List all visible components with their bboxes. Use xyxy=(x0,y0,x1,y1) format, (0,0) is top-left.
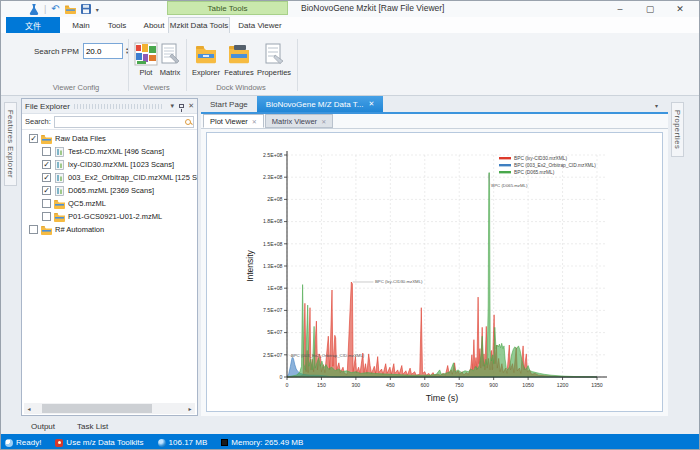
search-ppm-input[interactable] xyxy=(83,43,123,59)
svg-text:1350: 1350 xyxy=(591,382,603,388)
svg-text:2.3E+08: 2.3E+08 xyxy=(263,174,283,180)
tree-item[interactable]: R# Automation xyxy=(22,223,197,236)
close-button[interactable]: ✕ xyxy=(665,1,695,16)
checkbox[interactable]: ✓ xyxy=(42,186,51,195)
save-icon[interactable] xyxy=(81,4,91,14)
x-axis-title: Time (s) xyxy=(426,393,459,403)
pin-icon[interactable] xyxy=(179,104,184,108)
file-explorer-panel: File Explorer ▾ ✕ Search: ✓Raw Data File… xyxy=(21,98,198,416)
peak-annotation: BPC (lxy-CID30.mzXML) xyxy=(375,279,423,284)
legend-swatch xyxy=(499,171,511,173)
tab-start-page-label: Start Page xyxy=(210,100,248,109)
file-explorer-header: File Explorer ▾ ✕ xyxy=(22,99,197,114)
tab-matrix-viewer[interactable]: Matrix Viewer✕ xyxy=(265,114,333,128)
tab-start-page[interactable]: Start Page xyxy=(201,96,257,112)
window-controls: – ▢ ✕ xyxy=(605,1,695,16)
folder-icon xyxy=(41,134,52,144)
group-label-viewer-config: Viewer Config xyxy=(25,83,127,92)
scroll-right-icon[interactable]: ▸ xyxy=(185,405,195,412)
flask-icon[interactable] xyxy=(29,4,39,15)
tree-item-label: QC5.mzML xyxy=(68,199,106,208)
folder-icon xyxy=(54,212,65,222)
checkbox[interactable] xyxy=(42,147,51,156)
file-tree: ✓Raw Data FilesTest-CD.mzXML [496 Scans]… xyxy=(22,131,197,402)
status-memory: Memory: 265.49 MB xyxy=(231,438,303,447)
search-row: Search: xyxy=(22,114,197,130)
tab-main[interactable]: Main xyxy=(63,17,99,33)
minimize-button[interactable]: – xyxy=(605,1,635,16)
svg-text:1.5E+08: 1.5E+08 xyxy=(263,241,283,247)
svg-text:7.5E+07: 7.5E+07 xyxy=(263,307,283,313)
tree-item[interactable]: ✓lxy-CID30.mzXML [1023 Scans] xyxy=(22,158,197,171)
tab-file[interactable]: 文件 xyxy=(6,17,60,33)
search-icon[interactable] xyxy=(185,119,191,125)
open-folder-icon[interactable] xyxy=(65,5,76,14)
svg-text:1050: 1050 xyxy=(522,382,534,388)
separator: | xyxy=(44,4,46,14)
svg-text:300: 300 xyxy=(352,382,361,388)
maximize-button[interactable]: ▢ xyxy=(635,1,665,16)
tab-close-icon[interactable]: ✕ xyxy=(368,100,374,108)
close-panel-icon[interactable]: ✕ xyxy=(188,102,194,110)
side-tab-properties[interactable]: Properties xyxy=(671,102,684,157)
tab-task-list[interactable]: Task List xyxy=(77,422,108,431)
scroll-left-icon[interactable]: ◂ xyxy=(24,405,34,412)
properties-button-label: Properties xyxy=(257,68,291,77)
file-icon xyxy=(54,186,65,196)
side-tab-features-explorer[interactable]: Features Explorer xyxy=(4,102,17,186)
undo-icon[interactable]: ↶ xyxy=(51,4,59,14)
tree-item[interactable]: ✓D065.mzML [2369 Scans] xyxy=(22,184,197,197)
memory-icon xyxy=(221,439,228,446)
tree-item-label: P01-GCS0921-U01-2.mzML xyxy=(68,212,162,221)
checkbox[interactable]: ✓ xyxy=(42,160,51,169)
checkbox[interactable]: ✓ xyxy=(42,173,51,182)
tree-item-label: Raw Data Files xyxy=(55,134,106,143)
tab-mzkit-data-tools[interactable]: Mzkit Data Tools xyxy=(168,17,230,33)
svg-text:2.5E+07: 2.5E+07 xyxy=(263,352,283,358)
svg-text:1200: 1200 xyxy=(557,382,569,388)
checkbox[interactable]: ✓ xyxy=(29,134,38,143)
tab-output[interactable]: Output xyxy=(31,422,55,431)
search-ppm-label: Search PPM xyxy=(34,47,79,56)
svg-text:900: 900 xyxy=(489,382,498,388)
tab-data-viewer[interactable]: Data Viewer xyxy=(232,17,288,33)
scrollbar-thumb[interactable] xyxy=(42,404,152,413)
tree-item[interactable]: ✓003_Ex2_Orbitrap_CID.mzXML [125 Sc xyxy=(22,171,197,184)
viewer-tab-strip: Plot Viewer✕ Matrix Viewer✕ xyxy=(201,114,668,129)
tab-tools[interactable]: Tools xyxy=(99,17,135,33)
tab-close-icon[interactable]: ✕ xyxy=(252,118,257,125)
checkbox[interactable] xyxy=(29,225,38,234)
checkbox[interactable] xyxy=(42,199,51,208)
header-grip xyxy=(74,104,163,109)
customize-dropdown-icon[interactable]: ▾ xyxy=(96,6,99,13)
svg-text:0: 0 xyxy=(286,382,289,388)
status-bar: Ready! Use m/z Data Toolkits 106.17 MB M… xyxy=(1,434,699,450)
plot-viewer-content: 015030045060075090010501200135002.5E+075… xyxy=(201,129,668,416)
svg-text:450: 450 xyxy=(386,382,395,388)
tab-list-dropdown-icon[interactable]: ▾ xyxy=(655,102,658,109)
tab-plot-viewer[interactable]: Plot Viewer✕ xyxy=(203,114,264,128)
tab-close-icon[interactable]: ✕ xyxy=(321,118,326,125)
document-area: Start Page BioNovoGene M/Z Data T... ✕ ▾… xyxy=(201,98,668,416)
status-ready: Ready! xyxy=(16,438,41,447)
tree-item[interactable]: P01-GCS0921-U01-2.mzML xyxy=(22,210,197,223)
tab-mz-data-viewer[interactable]: BioNovoGene M/Z Data T... ✕ xyxy=(257,96,384,112)
matrix-icon xyxy=(158,42,182,66)
file-icon xyxy=(54,160,65,170)
search-input[interactable] xyxy=(54,116,194,128)
tree-item-label: 003_Ex2_Orbitrap_CID.mzXML [125 Sc xyxy=(68,173,197,182)
checkbox[interactable] xyxy=(42,212,51,221)
y-axis-title: Intensity xyxy=(245,249,255,281)
tree-item[interactable]: QC5.mzML xyxy=(22,197,197,210)
svg-text:5E+07: 5E+07 xyxy=(267,329,282,335)
tree-item[interactable]: ✓Raw Data Files xyxy=(22,132,197,145)
window-position-icon[interactable]: ▾ xyxy=(171,102,175,110)
tree-item[interactable]: Test-CD.mzXML [496 Scans] xyxy=(22,145,197,158)
horizontal-scrollbar[interactable]: ◂ ▸ xyxy=(24,403,195,414)
chart-panel: 015030045060075090010501200135002.5E+075… xyxy=(206,132,663,412)
svg-text:600: 600 xyxy=(420,382,429,388)
scrollbar-track[interactable] xyxy=(34,404,185,413)
folder-icon xyxy=(41,225,52,235)
file-icon xyxy=(54,173,65,183)
svg-text:1.8E+08: 1.8E+08 xyxy=(263,218,283,224)
